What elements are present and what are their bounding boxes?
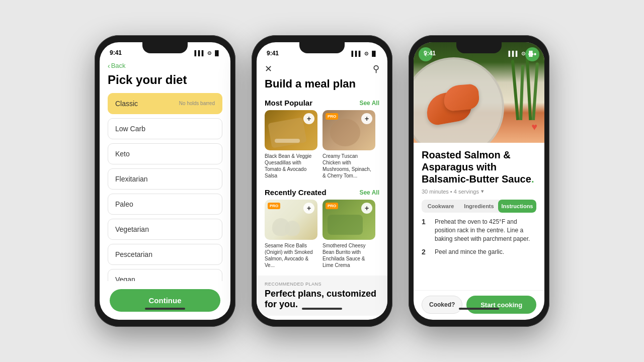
diet-item-vegetarian[interactable]: Vegetarian	[108, 219, 222, 240]
status-time-2: 9:41	[267, 50, 279, 57]
pro-badge-burrito: PRO	[326, 203, 338, 209]
pro-badge-onigiri: PRO	[268, 203, 280, 209]
search-icon[interactable]: ⚲	[373, 63, 379, 74]
home-indicator-3	[459, 308, 499, 310]
recipe-tabs: Cookware Ingredients Instructions	[422, 200, 536, 213]
add-onigiri-button[interactable]: +	[303, 203, 314, 214]
recipe-title: Roasted Salmon & Asparagus with Balsamic…	[422, 149, 536, 185]
close-icon[interactable]: ✕	[265, 63, 272, 74]
wifi-icon-1: ⊙	[207, 50, 211, 56]
back-nav[interactable]: ‹ Back	[100, 60, 230, 71]
servings-dropdown-icon[interactable]: ▾	[481, 188, 484, 195]
phone-2-screen: 9:41 ▌▌▌ ⊙ ▐▌ ✕ ⚲ Build a meal plan Most…	[257, 42, 387, 320]
back-arrow-icon: ‹	[108, 62, 110, 70]
meal-card-burrito[interactable]: PRO + Smothered Cheesy Bean Burrito with…	[323, 200, 375, 268]
diet-item-classic[interactable]: Classic No holds barred	[108, 93, 222, 114]
pro-badge-tuscan: PRO	[326, 113, 338, 120]
recommended-title: Perfect plans, customized for you.	[265, 289, 379, 310]
signal-icon-2: ▌▌▌	[352, 51, 362, 56]
meal-card-img-onigiri: PRO +	[265, 200, 317, 240]
most-popular-label: Most Popular	[265, 99, 312, 107]
signal-icon-1: ▌▌▌	[195, 50, 205, 56]
most-popular-cards: + Black Bean & Veggie Quesadillas with T…	[257, 110, 387, 184]
meal-card-title-onigiri: Sesame Rice Balls (Onigiri) with Smoked …	[265, 242, 317, 268]
most-popular-see-all[interactable]: See All	[359, 100, 379, 107]
back-label: Back	[111, 62, 126, 69]
meal-card-img-tuscan: PRO +	[323, 110, 375, 150]
diet-label-flexitarian: Flexitarian	[115, 175, 148, 183]
diet-item-vegan[interactable]: Vegan	[108, 269, 222, 281]
battery-icon-1: ▐▌	[213, 50, 220, 56]
diet-label-paleo: Paleo	[115, 200, 133, 208]
meal-card-quesadilla[interactable]: + Black Bean & Veggie Quesadillas with T…	[265, 110, 317, 179]
page-title-1: Pick your diet	[100, 71, 230, 93]
signal-icon-3: ▌▌▌	[509, 51, 519, 56]
instruction-text-2: Peel and mince the garlic.	[435, 248, 504, 256]
status-icons-1: ▌▌▌ ⊙ ▐▌	[195, 50, 220, 56]
recipe-body: Roasted Salmon & Asparagus with Balsamic…	[414, 143, 544, 290]
meal-card-tuscan[interactable]: PRO + Creamy Tuscan Chicken with Mushroo…	[323, 110, 375, 179]
phone-3-notch	[456, 42, 502, 53]
instruction-1: 1 Preheat the oven to 425°F and position…	[422, 218, 536, 243]
meal-card-title-quesadilla: Black Bean & Veggie Quesadillas with Tom…	[265, 153, 317, 179]
diet-item-keto[interactable]: Keto	[108, 143, 222, 164]
diet-label-vegan: Vegan	[115, 276, 135, 281]
diet-list: Classic No holds barred Low Carb Keto Fl…	[100, 93, 230, 281]
diet-label-classic: Classic	[115, 100, 138, 108]
start-cooking-button[interactable]: Start cooking	[466, 296, 536, 314]
add-burrito-button[interactable]: +	[361, 203, 372, 214]
recently-created-see-all[interactable]: See All	[359, 189, 379, 196]
cooked-button[interactable]: Cooked?	[422, 296, 462, 314]
diet-item-paleo[interactable]: Paleo	[108, 194, 222, 215]
diet-label-pescetarian: Pescetarian	[115, 250, 152, 258]
status-time-1: 9:41	[110, 49, 122, 56]
most-popular-header: Most Popular See All	[257, 95, 387, 110]
meal-card-title-burrito: Smothered Cheesy Bean Burrito with Enchi…	[323, 242, 375, 268]
recently-created-header: Recently Created See All	[257, 184, 387, 200]
wifi-icon-3: ⊙	[521, 51, 525, 56]
recipe-heart-icon[interactable]: ♥	[531, 121, 537, 133]
instructions-list: 1 Preheat the oven to 425°F and position…	[422, 218, 536, 261]
tab-ingredients[interactable]: Ingredients	[460, 200, 498, 213]
instruction-num-2: 2	[422, 248, 430, 256]
diet-label-keto: Keto	[115, 150, 130, 158]
diet-screen: ‹ Back Pick your diet Classic No holds b…	[100, 60, 230, 320]
diet-badge-classic: No holds barred	[179, 101, 215, 106]
status-time-3: 9:41	[424, 50, 436, 57]
status-icons-3: ▌▌▌ ⊙ ▐▌	[509, 51, 534, 56]
recipe-meta: 30 minutes • 4 servings ▾	[422, 188, 536, 195]
wifi-icon-2: ⊙	[364, 51, 368, 56]
instruction-text-1: Preheat the oven to 425°F and position r…	[435, 218, 536, 243]
phone-3-screen: 9:41 ▌▌▌ ⊙ ▐▌	[414, 42, 544, 320]
recipe-meta-text: 30 minutes • 4 servings	[422, 189, 479, 195]
phones-container: 9:41 ▌▌▌ ⊙ ▐▌ ‹ Back Pick your diet	[0, 25, 644, 337]
phone-1-screen: 9:41 ▌▌▌ ⊙ ▐▌ ‹ Back Pick your diet	[100, 42, 230, 320]
phone-2-notch	[299, 42, 345, 53]
add-quesadilla-button[interactable]: +	[303, 113, 314, 124]
add-tuscan-button[interactable]: +	[361, 113, 372, 124]
recently-created-label: Recently Created	[265, 188, 327, 197]
meal-plan-header: ✕ ⚲	[257, 60, 387, 77]
battery-icon-3: ▐▌	[527, 51, 534, 56]
meal-plan-title: Build a meal plan	[257, 77, 387, 95]
phone-3: 9:41 ▌▌▌ ⊙ ▐▌	[409, 35, 549, 327]
diet-item-flexitarian[interactable]: Flexitarian	[108, 168, 222, 190]
diet-item-lowcarb[interactable]: Low Carb	[108, 118, 222, 139]
status-icons-2: ▌▌▌ ⊙ ▐▌	[352, 51, 377, 56]
diet-label-vegetarian: Vegetarian	[115, 225, 149, 233]
meal-card-img-burrito: PRO +	[323, 200, 375, 240]
tab-instructions[interactable]: Instructions	[498, 200, 536, 213]
recommended-label: RECOMMENDED PLANS	[265, 282, 379, 287]
instruction-num-1: 1	[422, 218, 430, 243]
meal-card-onigiri[interactable]: PRO + Sesame Rice Balls (Onigiri) with S…	[265, 200, 317, 268]
phone-1: 9:41 ▌▌▌ ⊙ ▐▌ ‹ Back Pick your diet	[95, 35, 235, 327]
meal-card-img-quesadilla: +	[265, 110, 317, 150]
tab-cookware[interactable]: Cookware	[422, 200, 460, 213]
home-indicator-2	[302, 308, 342, 310]
diet-item-pescetarian[interactable]: Pescetarian	[108, 244, 222, 265]
recommended-section: RECOMMENDED PLANS Perfect plans, customi…	[257, 276, 387, 316]
recipe-action-bar: Cooked? Start cooking	[414, 290, 544, 320]
instruction-2: 2 Peel and mince the garlic.	[422, 248, 536, 256]
recently-created-cards: PRO + Sesame Rice Balls (Onigiri) with S…	[257, 200, 387, 274]
phone-2: 9:41 ▌▌▌ ⊙ ▐▌ ✕ ⚲ Build a meal plan Most…	[252, 35, 392, 327]
